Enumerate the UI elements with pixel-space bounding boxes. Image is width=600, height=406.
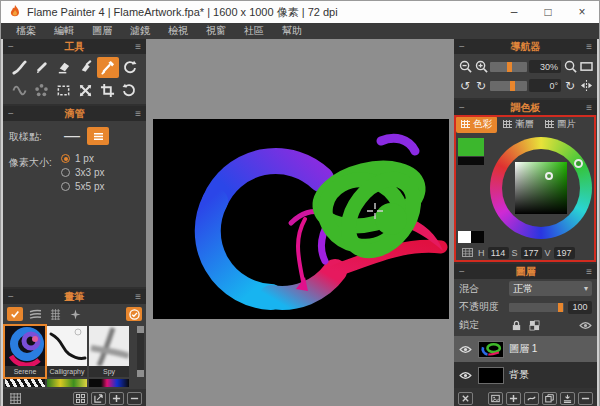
smooth-stroke-tool-button[interactable] <box>8 80 30 101</box>
menu-file[interactable]: 檔案 <box>7 23 45 39</box>
tab-image[interactable]: 圖片 <box>540 116 581 133</box>
remove-layer-button[interactable] <box>578 392 593 405</box>
fit-screen-button[interactable] <box>579 60 593 74</box>
brush-thumbnail-size-button[interactable] <box>73 392 88 405</box>
close-button[interactable]: × <box>565 1 599 23</box>
brush-tool-button[interactable] <box>8 57 30 78</box>
white-swatch[interactable] <box>458 231 471 243</box>
brush-text-filter-button[interactable] <box>47 307 63 321</box>
panel-menu-icon[interactable]: ≡ <box>582 41 592 52</box>
sample-all-layers-button[interactable] <box>87 127 109 145</box>
redo-button[interactable] <box>119 80 141 101</box>
rotate-cw-button[interactable]: ↻ <box>474 79 488 93</box>
eraser-tool-button[interactable] <box>52 57 74 78</box>
pixel-size-option-1px[interactable]: 1 px <box>61 153 104 164</box>
delete-layer-button[interactable] <box>458 392 473 405</box>
brush-item-calligraphy[interactable]: Calligraphy <box>47 326 87 377</box>
brush-grid-view-button[interactable] <box>7 392 23 406</box>
menu-edit[interactable]: 編輯 <box>45 23 83 39</box>
rotate-reset-button[interactable]: ↻ <box>563 79 577 93</box>
blur-tool-button[interactable] <box>30 80 52 101</box>
maximize-button[interactable]: □ <box>531 1 565 23</box>
saturation-value[interactable]: 177 <box>521 247 542 259</box>
brush-favorites-filter-button[interactable] <box>7 307 23 321</box>
marker-tool-button[interactable] <box>74 57 96 78</box>
opacity-slider-handle[interactable] <box>558 303 563 312</box>
palette-grid-button[interactable] <box>459 246 475 260</box>
zoom-slider[interactable] <box>490 62 527 72</box>
flip-horizontal-button[interactable] <box>579 79 593 93</box>
move-tool-button[interactable] <box>74 80 96 101</box>
collapse-icon[interactable]: − <box>8 291 18 302</box>
rotation-slider[interactable] <box>490 81 527 91</box>
lock-transparency-button[interactable] <box>527 320 541 331</box>
hue-marker[interactable] <box>574 159 583 168</box>
brush-import-button[interactable] <box>91 392 106 405</box>
add-vector-layer-button[interactable] <box>524 392 539 405</box>
pencil-tool-button[interactable] <box>30 57 52 78</box>
pixel-size-option-5x5[interactable]: 5x5 px <box>61 181 104 192</box>
zoom-out-button[interactable] <box>458 60 472 74</box>
select-tool-button[interactable] <box>52 80 74 101</box>
tab-gradient[interactable]: 漸層 <box>498 116 539 133</box>
brush-thumbnail-partial[interactable] <box>47 379 87 387</box>
brush-thumbnail-partial[interactable] <box>5 379 45 387</box>
brush-sparkle-filter-button[interactable] <box>67 307 83 321</box>
menu-community[interactable]: 社區 <box>235 23 273 39</box>
layer-row-layer1[interactable]: 圖層 1 <box>454 336 597 362</box>
eyedropper-tool-button[interactable] <box>97 57 119 78</box>
brush-remove-button[interactable] <box>127 392 142 405</box>
toggle-all-visibility-button[interactable] <box>579 321 592 330</box>
panel-menu-icon[interactable]: ≡ <box>582 266 592 277</box>
import-image-layer-button[interactable] <box>488 392 503 405</box>
sample-current-layer-button[interactable]: — <box>61 127 83 145</box>
brush-item-serene[interactable]: Serene <box>5 326 45 377</box>
collapse-icon[interactable]: − <box>459 41 469 52</box>
rotate-ccw-button[interactable]: ↺ <box>458 79 472 93</box>
menu-help[interactable]: 幫助 <box>273 23 311 39</box>
saturation-value-box[interactable] <box>515 162 567 214</box>
duplicate-layer-button[interactable] <box>542 392 557 405</box>
sv-marker[interactable] <box>545 172 553 180</box>
blend-mode-select[interactable]: 正常 ▾ <box>509 281 592 296</box>
collapse-icon[interactable]: − <box>8 108 18 119</box>
lock-button[interactable] <box>509 320 523 331</box>
tab-color[interactable]: 色彩 <box>456 116 497 133</box>
merge-down-button[interactable] <box>560 392 575 405</box>
zoom-value[interactable]: 30% <box>529 60 561 73</box>
panel-menu-icon[interactable]: ≡ <box>131 108 141 119</box>
brush-list-scrollbar[interactable] <box>137 326 144 377</box>
zoom-actual-button[interactable] <box>563 60 577 74</box>
current-color-swatch[interactable] <box>458 138 484 156</box>
layer-visibility-button[interactable] <box>458 345 473 354</box>
menu-window[interactable]: 視窗 <box>197 23 235 39</box>
minimize-button[interactable]: – <box>497 1 531 23</box>
brush-item-spy[interactable]: Spy <box>89 326 129 377</box>
collapse-icon[interactable]: − <box>459 102 469 113</box>
value-value[interactable]: 197 <box>554 247 575 259</box>
menu-view[interactable]: 檢視 <box>159 23 197 39</box>
brush-thumbnail-partial[interactable] <box>89 379 129 387</box>
hue-value[interactable]: 114 <box>488 247 509 259</box>
panel-menu-icon[interactable]: ≡ <box>582 102 592 113</box>
secondary-color-swatch[interactable] <box>458 157 484 165</box>
panel-menu-icon[interactable]: ≡ <box>131 41 141 52</box>
collapse-icon[interactable]: − <box>8 41 18 52</box>
layer-row-background[interactable]: 背景 <box>454 362 597 388</box>
panel-menu-icon[interactable]: ≡ <box>131 291 141 302</box>
crop-tool-button[interactable] <box>97 80 119 101</box>
opacity-slider[interactable] <box>509 303 564 312</box>
menu-filter[interactable]: 濾鏡 <box>121 23 159 39</box>
zoom-in-button[interactable] <box>474 60 488 74</box>
brush-edit-button[interactable] <box>126 307 142 321</box>
black-swatch[interactable] <box>471 231 484 243</box>
opacity-value[interactable]: 100 <box>568 301 592 314</box>
brush-strokes-filter-button[interactable] <box>27 307 43 321</box>
collapse-icon[interactable]: − <box>459 266 469 277</box>
zoom-slider-handle[interactable] <box>507 62 512 72</box>
brush-add-button[interactable] <box>109 392 124 405</box>
hue-wheel[interactable] <box>490 137 592 239</box>
rotation-slider-handle[interactable] <box>510 81 515 91</box>
menu-layer[interactable]: 圖層 <box>83 23 121 39</box>
add-layer-button[interactable] <box>506 392 521 405</box>
